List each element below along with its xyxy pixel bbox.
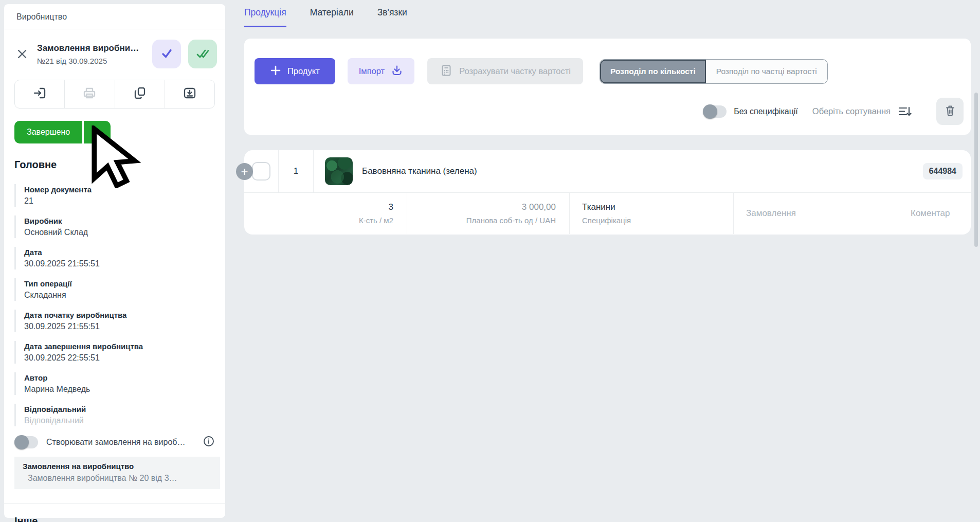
field-label: Виробник	[24, 217, 221, 225]
toggle-knob	[703, 104, 717, 119]
order-placeholder: Замовлення	[746, 208, 796, 219]
segment-by-value-share[interactable]: Розподіл по частці вартості	[706, 60, 827, 83]
calculate-share-button: Розрахувати частку вартості	[427, 58, 583, 84]
field-value: 21	[24, 196, 221, 206]
status-button[interactable]: Завершено	[14, 121, 82, 143]
status-control: Завершено	[14, 121, 225, 143]
specification-label: Специфікація	[582, 216, 631, 225]
section-main-header: Головне	[14, 159, 225, 171]
import-button[interactable]: Імпорт	[348, 58, 414, 84]
planned-cost-label: Планова соб-ть од / UAH	[466, 216, 556, 225]
product-code-badge: 644984	[923, 163, 963, 179]
field-value: Складання	[24, 291, 221, 300]
tab-relations[interactable]: Зв'язки	[377, 7, 407, 27]
calculate-share-label: Розрахувати частку вартості	[459, 66, 571, 76]
toggle-knob	[14, 435, 29, 449]
field-doc-number[interactable]: Номер документа 21	[14, 184, 225, 207]
scrollbar[interactable]	[974, 93, 978, 247]
field-label: Відповідальний	[24, 405, 221, 413]
table-row: + 1 Бавовняна тканина (зелена) 644984	[244, 150, 971, 193]
toolbar-buttons-row: Продукт Імпорт	[255, 58, 828, 84]
field-value: Марина Медведь	[24, 385, 221, 394]
tab-materials[interactable]: Матеріали	[310, 7, 354, 27]
filter-row: Без специфікації Оберіть сортування	[703, 98, 964, 125]
comment-cell[interactable]: Коментар	[898, 193, 971, 234]
field-label: Дата	[24, 248, 221, 257]
field-operation-type[interactable]: Тип операції Складання	[14, 278, 225, 301]
double-check-icon	[195, 46, 210, 62]
row-checkbox[interactable]	[252, 162, 270, 181]
field-value: 30.09.2025 21:55:51	[24, 259, 221, 268]
approve-button[interactable]	[152, 40, 181, 68]
planned-cost-value: 3 000,00	[522, 202, 556, 212]
specification-cell[interactable]: Тканини Специфікація	[570, 193, 734, 234]
sort-icon[interactable]	[897, 105, 912, 118]
create-order-toggle-label: Створювати замовлення на вироб…	[46, 438, 194, 447]
document-header: Замовлення виробни… №21 від 30.09.2025	[4, 29, 225, 68]
field-value-placeholder: Відповідальний	[24, 416, 221, 425]
info-icon[interactable]	[203, 435, 215, 449]
linked-order-label: Замовлення на виробництво	[23, 462, 213, 471]
row-index: 1	[278, 150, 313, 192]
main-tabs: Продукція Матеріали Зв'язки	[244, 7, 407, 27]
close-icon[interactable]	[14, 46, 30, 62]
products-table-card: + 1 Бавовняна тканина (зелена) 644984 3 …	[244, 150, 971, 235]
add-product-label: Продукт	[287, 66, 320, 76]
add-product-button[interactable]: Продукт	[255, 58, 335, 84]
calculator-icon	[440, 64, 453, 79]
field-author[interactable]: Автор Марина Медведь	[14, 372, 225, 395]
copy-icon	[132, 85, 148, 103]
quantity-cell[interactable]: 3 К-сть / м2	[244, 193, 407, 234]
create-order-toggle[interactable]	[14, 436, 38, 448]
document-title-block: Замовлення виробни… №21 від 30.09.2025	[37, 43, 145, 65]
document-subtitle: №21 від 30.09.2025	[37, 57, 145, 65]
comment-placeholder: Коментар	[911, 208, 950, 219]
sort-select-label[interactable]: Оберіть сортування	[812, 106, 891, 116]
copy-button[interactable]	[115, 80, 165, 108]
create-order-toggle-row: Створювати замовлення на вироб…	[14, 435, 215, 449]
field-responsible[interactable]: Відповідальний Відповідальний	[14, 404, 225, 426]
printer-icon	[82, 85, 97, 103]
export-icon	[32, 85, 47, 103]
quantity-label: К-сть / м2	[359, 216, 393, 225]
field-label: Тип операції	[24, 279, 221, 288]
product-thumbnail	[325, 157, 353, 185]
field-label: Дата завершення виробництва	[24, 342, 221, 351]
print-button[interactable]	[65, 80, 115, 108]
document-actions-toolbar	[14, 80, 215, 109]
sidebar-production-panel: Виробництво Замовлення виробни… №21 від …	[4, 4, 225, 518]
specification-value: Тканини	[582, 202, 615, 212]
field-label: Автор	[24, 373, 221, 382]
product-cell[interactable]: Бавовняна тканина (зелена) 644984	[313, 150, 971, 192]
status-dropdown-button[interactable]	[84, 121, 111, 143]
document-title: Замовлення виробни…	[37, 43, 145, 53]
import-label: Імпорт	[359, 66, 385, 76]
trash-icon	[943, 104, 957, 119]
field-date[interactable]: Дата 30.09.2025 21:55:51	[14, 247, 225, 269]
linked-production-order[interactable]: Замовлення на виробництво Замовлення вир…	[14, 457, 220, 489]
check-icon	[159, 46, 174, 62]
quantity-value: 3	[389, 202, 393, 212]
complete-button[interactable]	[188, 40, 217, 68]
divider	[4, 503, 225, 504]
field-value: 30.09.2025 21:55:51	[24, 322, 221, 331]
product-detail-row: 3 К-сть / м2 3 000,00 Планова соб-ть од …	[244, 193, 971, 234]
field-producer[interactable]: Виробник Основний Склад	[14, 215, 225, 238]
archive-button[interactable]	[165, 80, 214, 108]
chevron-right-icon	[93, 128, 101, 137]
export-button[interactable]	[15, 80, 65, 108]
add-row-icon[interactable]: +	[236, 163, 253, 180]
field-end-date[interactable]: Дата завершення виробництва 30.09.2025 2…	[14, 341, 225, 364]
linked-order-value: Замовлення виробництва № 20 від 3…	[28, 474, 213, 483]
plus-icon	[270, 65, 281, 78]
order-cell[interactable]: Замовлення	[734, 193, 898, 234]
delete-button[interactable]	[936, 98, 964, 125]
field-start-date[interactable]: Дата початку виробництва 30.09.2025 21:5…	[14, 310, 225, 332]
tab-products[interactable]: Продукція	[244, 7, 286, 27]
segment-by-quantity[interactable]: Розподіл по кількості	[600, 60, 706, 83]
product-name: Бавовняна тканина (зелена)	[362, 166, 477, 176]
distribution-segmented-control: Розподіл по кількості Розподіл по частці…	[600, 59, 828, 84]
no-spec-toggle[interactable]	[703, 105, 727, 118]
planned-cost-cell[interactable]: 3 000,00 Планова соб-ть од / UAH	[407, 193, 570, 234]
no-spec-label: Без специфікації	[734, 107, 798, 116]
